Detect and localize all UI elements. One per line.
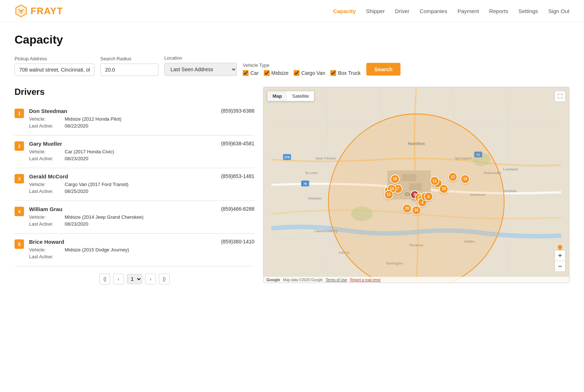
driver-marker: 18 xyxy=(390,174,400,184)
pickup-address-label: Pickup Address xyxy=(15,56,94,61)
pickup-address-input[interactable] xyxy=(15,64,94,76)
navbar: FRAYT Capacity Shipper Driver Companies … xyxy=(0,0,584,22)
location-select[interactable]: Last Seen Address Current Location xyxy=(164,63,237,76)
last-active-value: 08/23/2020 xyxy=(65,221,88,227)
map-tab-satellite[interactable]: Satellite xyxy=(287,91,314,101)
driver-info: Don Steedman Vehicle: Midsize (2012 Hond… xyxy=(29,108,216,130)
driver-phone: (859)393-6388 xyxy=(221,108,254,114)
last-page-button[interactable]: |⟩ xyxy=(159,274,170,284)
main-content: Capacity Pickup Address Search Radius Lo… xyxy=(0,22,584,295)
map-marker[interactable]: 17 xyxy=(448,172,458,182)
driver-marker: 15 xyxy=(384,190,394,199)
first-page-button[interactable]: ⟨| xyxy=(99,274,110,284)
driver-card: 5 Brice Howard Vehicle: Midsize (2015 Do… xyxy=(15,234,254,266)
map-marker[interactable]: 18 xyxy=(390,174,400,184)
map-tabs: Map Satellite xyxy=(267,91,314,101)
map-section: 275 75 71 Hamilton Springdale Sharonvill… xyxy=(263,87,569,284)
map-fullscreen-button[interactable]: ⛶ xyxy=(555,91,565,102)
driver-marker: 19 xyxy=(460,174,470,184)
vehicle-boxtruck-item[interactable]: Box Truck xyxy=(330,70,361,76)
search-radius-label: Search Radius xyxy=(100,56,158,61)
nav-links: Capacity Shipper Driver Companies Paymen… xyxy=(333,8,569,14)
nav-settings[interactable]: Settings xyxy=(518,8,538,14)
driver-marker: 6 xyxy=(424,192,433,201)
zoom-in-button[interactable]: + xyxy=(555,250,565,261)
nav-companies[interactable]: Companies xyxy=(420,8,447,14)
search-radius-input[interactable] xyxy=(100,64,158,76)
map-data-text: Map data ©2020 Google xyxy=(283,278,323,282)
driver-number: 4 xyxy=(15,207,24,216)
driver-marker: 16 xyxy=(412,206,421,215)
vehicle-midsize-checkbox[interactable] xyxy=(264,70,270,76)
map-marker[interactable]: 16 xyxy=(412,206,421,215)
nav-signout[interactable]: Sign Out xyxy=(548,8,569,14)
driver-name: Brice Howard xyxy=(29,239,216,245)
driver-active-row: Last Active: 08/22/2020 xyxy=(29,123,216,129)
page-title: Capacity xyxy=(15,33,569,47)
driver-name: Gerald McCord xyxy=(29,173,216,179)
zoom-out-button[interactable]: − xyxy=(555,261,565,272)
terms-link[interactable]: Terms of Use xyxy=(326,278,347,282)
prev-page-button[interactable]: ‹ xyxy=(113,274,124,284)
driver-active-row: Last Active: 08/23/2020 xyxy=(29,156,216,161)
drivers-section: Drivers 1 Don Steedman Vehicle: Midsize … xyxy=(15,87,254,284)
vehicle-car-checkbox[interactable] xyxy=(243,70,249,76)
nav-reports[interactable]: Reports xyxy=(489,8,508,14)
page-select[interactable]: 1 xyxy=(127,274,142,284)
nav-payment[interactable]: Payment xyxy=(458,8,479,14)
nav-capacity[interactable]: Capacity xyxy=(333,8,356,14)
drivers-list: 1 Don Steedman Vehicle: Midsize (2012 Ho… xyxy=(15,103,254,266)
vehicle-value: Cargo Van (2017 Ford Transit) xyxy=(65,182,128,187)
driver-phone: (859)638-4581 xyxy=(221,141,254,146)
map-marker[interactable]: 20 xyxy=(402,204,412,213)
map-marker[interactable]: 15 xyxy=(384,190,394,199)
map-tab-map[interactable]: Map xyxy=(267,91,287,101)
map-container[interactable]: 275 75 71 Hamilton Springdale Sharonvill… xyxy=(263,87,569,283)
content-layout: Drivers 1 Don Steedman Vehicle: Midsize … xyxy=(15,87,569,284)
driver-vehicle-row: Vehicle: Midsize (2015 Dodge Journey) xyxy=(29,247,216,252)
report-link[interactable]: Report a map error xyxy=(350,278,380,282)
driver-active-row: Last Active: xyxy=(29,254,216,259)
driver-info: Gary Mueller Vehicle: Car (2017 Honda Ci… xyxy=(29,141,216,163)
nav-shipper[interactable]: Shipper xyxy=(366,8,385,14)
vehicle-value: Midsize (2015 Dodge Journey) xyxy=(65,247,129,252)
vehicle-label: Vehicle: xyxy=(29,116,62,122)
vehicle-cargovan-label: Cargo Van xyxy=(301,70,325,76)
nav-driver[interactable]: Driver xyxy=(395,8,410,14)
vehicle-value: Car (2017 Honda Civic) xyxy=(65,149,114,154)
vehicle-cargovan-checkbox[interactable] xyxy=(294,70,299,76)
map-zoom-controls: + − xyxy=(555,250,565,272)
driver-active-row: Last Active: 08/23/2020 xyxy=(29,221,216,227)
next-page-button[interactable]: › xyxy=(145,274,156,284)
last-active-value: 08/23/2020 xyxy=(65,156,88,161)
last-active-label: Last Active: xyxy=(29,189,62,194)
driver-name: Gary Mueller xyxy=(29,141,216,147)
driver-vehicle-row: Vehicle: Cargo Van (2017 Ford Transit) xyxy=(29,182,216,187)
search-button[interactable]: Search xyxy=(366,63,400,76)
map-marker[interactable]: 11 xyxy=(430,176,439,186)
driver-phone: (859)380-1410 xyxy=(221,239,254,245)
map-marker[interactable]: 19 xyxy=(460,174,470,184)
driver-vehicle-row: Vehicle: Midsize (2014 Jeep Grand Cherok… xyxy=(29,214,216,220)
vehicle-boxtruck-label: Box Truck xyxy=(338,70,361,76)
map-marker[interactable]: 10 xyxy=(439,184,448,194)
filters-row: Pickup Address Search Radius Location La… xyxy=(15,55,569,76)
driver-phone: (859)466-8288 xyxy=(221,206,254,212)
vehicle-car-label: Car xyxy=(250,70,259,76)
driver-card: 2 Gary Mueller Vehicle: Car (2017 Honda … xyxy=(15,136,254,168)
driver-info: Brice Howard Vehicle: Midsize (2015 Dodg… xyxy=(29,239,216,261)
vehicle-car-item[interactable]: Car xyxy=(243,70,259,76)
vehicle-type-group: Vehicle Type Car Midsize Cargo Van Box T… xyxy=(243,62,361,76)
driver-card: 1 Don Steedman Vehicle: Midsize (2012 Ho… xyxy=(15,103,254,136)
vehicle-boxtruck-checkbox[interactable] xyxy=(330,70,336,76)
vehicle-midsize-item[interactable]: Midsize xyxy=(264,70,289,76)
fullscreen-icon: ⛶ xyxy=(557,93,563,99)
vehicle-cargovan-item[interactable]: Cargo Van xyxy=(294,70,325,76)
map-attribution: Google Map data ©2020 Google Terms of Us… xyxy=(263,277,569,283)
driver-phone: (859)653-1481 xyxy=(221,173,254,179)
driver-vehicle-row: Vehicle: Car (2017 Honda Civic) xyxy=(29,149,216,154)
map-marker[interactable]: 6 xyxy=(424,192,433,201)
drivers-title: Drivers xyxy=(15,87,254,97)
driver-number: 3 xyxy=(15,174,24,183)
vehicle-midsize-label: Midsize xyxy=(271,70,289,76)
